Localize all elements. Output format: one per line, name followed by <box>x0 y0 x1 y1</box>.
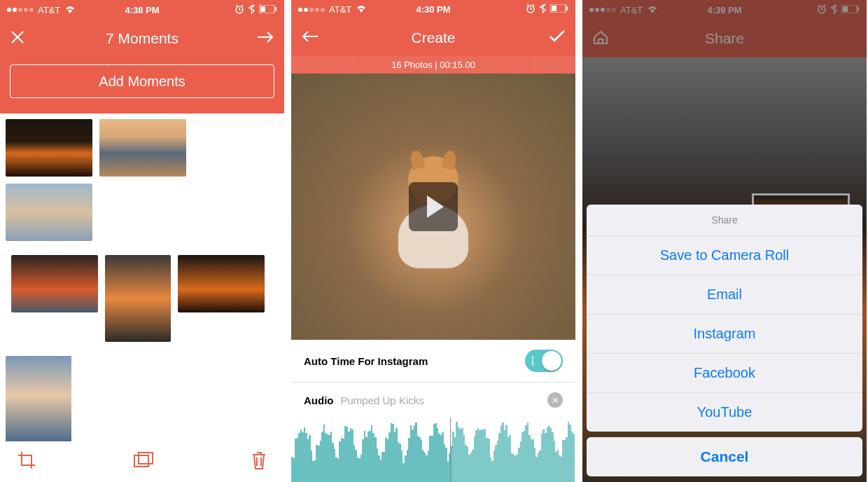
check-icon[interactable] <box>549 30 566 46</box>
moment-thumb[interactable] <box>105 255 171 342</box>
bluetooth-icon <box>248 4 255 16</box>
duplicate-icon[interactable] <box>133 451 154 472</box>
play-button[interactable] <box>409 182 458 231</box>
share-option-instagram[interactable]: Instagram <box>587 315 862 354</box>
svg-rect-8 <box>566 6 568 11</box>
svg-rect-5 <box>139 453 153 464</box>
audio-track-name: Pumped Up Kicks <box>341 394 424 406</box>
wifi-icon <box>356 4 367 15</box>
svg-rect-3 <box>260 6 265 12</box>
crop-icon[interactable] <box>17 450 36 473</box>
clock-label: 4:38 PM <box>97 5 188 15</box>
add-moments-button[interactable]: Add Moments <box>10 64 274 98</box>
status-bar: AT&T 4:38 PM <box>0 0 284 20</box>
wifi-icon <box>64 5 76 15</box>
moment-thumb[interactable] <box>6 184 92 241</box>
audio-row[interactable]: Audio Pumped Up Kicks ✕ <box>291 383 575 418</box>
status-bar: AT&T 4:30 PM <box>291 0 575 19</box>
alarm-icon <box>526 4 536 15</box>
moment-thumb[interactable] <box>11 255 98 312</box>
action-sheet: Share Save to Camera Roll Email Instagra… <box>587 205 862 482</box>
page-title: Create <box>329 29 538 46</box>
nav-bar: Create <box>291 19 575 56</box>
signal-icon <box>298 8 325 12</box>
carrier-label: AT&T <box>329 4 351 15</box>
screen-share: AT&T 4:39 PM Share Share Save to Camera … <box>582 0 867 482</box>
carrier-label: AT&T <box>38 5 60 15</box>
share-option-facebook[interactable]: Facebook <box>587 354 862 393</box>
screen-create: AT&T 4:30 PM Create 16 Photos | 00:15.00… <box>291 0 575 482</box>
cancel-button[interactable]: Cancel <box>587 437 862 476</box>
moment-thumb[interactable] <box>6 119 92 177</box>
moment-thumb[interactable] <box>178 255 265 312</box>
playhead-indicator[interactable] <box>450 418 451 482</box>
auto-time-toggle[interactable] <box>525 350 563 372</box>
clear-audio-icon[interactable]: ✕ <box>547 392 563 408</box>
share-option-email[interactable]: Email <box>587 275 862 315</box>
arrow-right-icon[interactable] <box>256 31 274 46</box>
alarm-icon <box>234 4 244 16</box>
info-bar: 16 Photos | 00:15.00 <box>291 56 575 74</box>
audio-label: Audio <box>304 394 334 406</box>
clock-label: 4:30 PM <box>388 4 479 15</box>
battery-icon <box>550 4 568 15</box>
close-icon[interactable] <box>10 29 25 48</box>
video-preview[interactable] <box>291 74 575 340</box>
moment-thumb[interactable] <box>6 356 71 441</box>
share-option-camera-roll[interactable]: Save to Camera Roll <box>587 236 862 275</box>
auto-time-row: Auto Time For Instagram <box>291 340 575 382</box>
bottom-toolbar <box>0 441 284 482</box>
svg-rect-9 <box>552 6 556 11</box>
sheet-title: Share <box>587 205 862 236</box>
add-moments-bar: Add Moments <box>0 57 284 113</box>
trash-icon[interactable] <box>251 450 267 473</box>
nav-bar: 7 Moments <box>0 20 284 57</box>
moment-thumb[interactable] <box>99 119 186 177</box>
share-option-youtube[interactable]: YouTube <box>587 393 862 432</box>
play-icon <box>427 195 444 218</box>
svg-rect-2 <box>275 7 276 11</box>
signal-icon <box>7 8 34 12</box>
back-icon[interactable] <box>301 30 319 46</box>
bluetooth-icon <box>540 4 546 15</box>
battery-icon <box>259 5 277 15</box>
page-title: 7 Moments <box>38 30 246 47</box>
moments-gallery[interactable] <box>0 113 284 441</box>
screen-moments: AT&T 4:38 PM 7 Moments Add Moments <box>0 0 284 482</box>
audio-waveform[interactable] <box>291 418 575 482</box>
svg-rect-4 <box>134 455 148 467</box>
auto-time-label: Auto Time For Instagram <box>304 355 428 367</box>
